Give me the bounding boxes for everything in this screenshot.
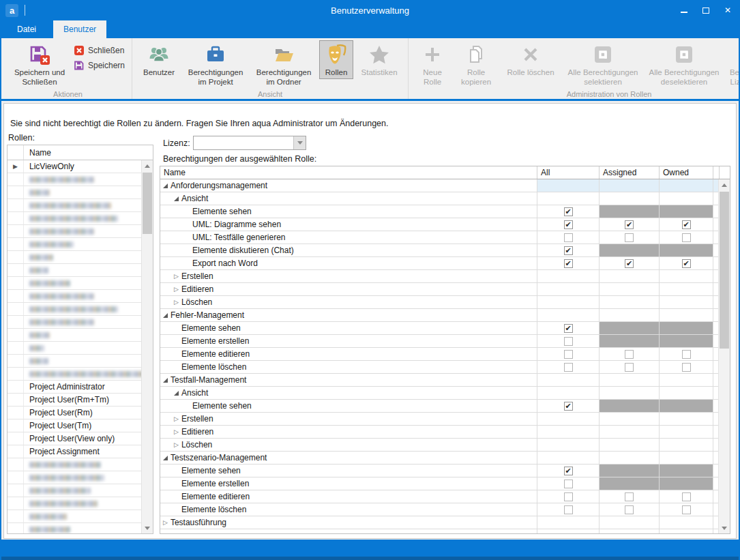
checkbox-checked-icon[interactable]: ✔ <box>564 402 573 411</box>
roles-list-item[interactable]: Project Assignment <box>8 445 141 458</box>
permission-row[interactable]: Fehler-Management <box>160 309 718 322</box>
checkbox-unchecked-icon[interactable] <box>564 480 573 488</box>
permission-cell-all[interactable]: ✔ <box>537 218 600 231</box>
roles-list-item[interactable]: Project User(View only) <box>8 432 141 445</box>
checkbox-checked-icon[interactable]: ✔ <box>564 467 573 475</box>
checkbox-checked-icon[interactable]: ✔ <box>625 259 634 268</box>
checkbox-unchecked-icon[interactable] <box>682 233 691 242</box>
roles-list-item[interactable] <box>8 264 141 277</box>
roles-list-item[interactable] <box>8 484 141 497</box>
checkbox-unchecked-icon[interactable] <box>564 505 573 514</box>
table-scrollbar-thumb[interactable] <box>720 192 729 349</box>
permission-row[interactable]: Elemente sehen✔ <box>160 400 718 413</box>
permission-cell-assigned[interactable] <box>600 231 660 244</box>
scroll-up-icon[interactable] <box>142 160 153 171</box>
close-button[interactable]: ✕ <box>717 0 739 20</box>
permission-row[interactable]: Ansicht <box>160 387 718 400</box>
checkbox-unchecked-icon[interactable] <box>682 350 691 359</box>
permission-cell-all[interactable]: ✔ <box>537 205 600 218</box>
permission-row[interactable]: Elemente erstellen <box>160 335 718 348</box>
permission-row[interactable]: Elemente löschen <box>160 361 718 374</box>
permission-cell-assigned[interactable]: ✔ <box>600 218 660 231</box>
permission-cell-all[interactable] <box>537 231 600 244</box>
permission-row[interactable]: Elemente editieren <box>160 490 718 503</box>
permission-cell-assigned[interactable] <box>600 348 660 360</box>
checkbox-unchecked-icon[interactable] <box>625 233 634 242</box>
berechtigungen-im-ordner-button[interactable]: Berechtigungen im Ordner <box>251 40 316 89</box>
permission-cell-all[interactable] <box>537 361 600 373</box>
permission-cell-owned[interactable] <box>660 348 713 360</box>
maximize-button[interactable] <box>695 0 717 20</box>
permission-row[interactable]: Elemente sehen✔ <box>160 322 718 335</box>
permission-cell-all[interactable] <box>537 490 600 503</box>
permission-cell-all[interactable] <box>537 348 600 360</box>
permission-row[interactable]: UML: Testfälle generieren <box>160 231 718 244</box>
minimize-button[interactable] <box>673 0 695 20</box>
column-header-all[interactable]: All <box>537 166 600 179</box>
schließen-button[interactable]: Schließen <box>74 45 125 56</box>
berechtigungen-im-projekt-button[interactable]: Berechtigungen im Projekt <box>183 40 248 89</box>
roles-list-item[interactable] <box>8 355 141 368</box>
checkbox-unchecked-icon[interactable] <box>564 363 573 372</box>
checkbox-unchecked-icon[interactable] <box>564 233 573 242</box>
expand-open-icon[interactable] <box>163 456 168 460</box>
permission-cell-owned[interactable] <box>660 490 713 503</box>
roles-list-item[interactable]: Project User(Rm+Tm) <box>8 394 141 407</box>
permission-cell-all[interactable] <box>537 477 600 490</box>
checkbox-unchecked-icon[interactable] <box>682 363 691 372</box>
expand-open-icon[interactable] <box>174 196 179 201</box>
permission-cell-all[interactable]: ✔ <box>537 322 600 334</box>
permission-cell-all[interactable] <box>537 335 600 347</box>
column-header-assigned[interactable]: Assigned <box>600 166 660 179</box>
roles-list-item[interactable]: Project Administrator <box>8 381 141 394</box>
checkbox-checked-icon[interactable]: ✔ <box>564 259 573 268</box>
expand-open-icon[interactable] <box>163 378 168 383</box>
expand-closed-icon[interactable]: ▷ <box>174 416 179 422</box>
permission-row[interactable] <box>160 529 718 533</box>
scroll-down-icon[interactable] <box>142 522 153 533</box>
expand-closed-icon[interactable]: ▷ <box>174 442 179 448</box>
benutzer-button[interactable]: Benutzer <box>138 40 180 79</box>
checkbox-unchecked-icon[interactable] <box>682 492 691 501</box>
roles-list-item[interactable] <box>8 329 141 342</box>
permission-row[interactable]: Anforderungsmanagement <box>160 179 718 192</box>
rollen-button[interactable]: Rollen <box>319 40 353 79</box>
roles-list-item[interactable] <box>8 368 141 381</box>
roles-list-item[interactable]: ▶LicViewOnly <box>8 160 141 173</box>
checkbox-checked-icon[interactable]: ✔ <box>564 220 573 229</box>
column-header-name[interactable]: Name <box>160 166 537 179</box>
roles-list-item[interactable] <box>8 251 141 264</box>
permission-row[interactable]: Elemente diskutieren (Chat)✔ <box>160 244 718 257</box>
permission-cell-owned[interactable]: ✔ <box>660 218 713 231</box>
roles-list-item[interactable] <box>8 173 141 186</box>
permission-cell-all[interactable]: ✔ <box>537 244 600 256</box>
permission-cell-all[interactable]: ✔ <box>537 400 600 412</box>
permission-row[interactable]: ▷Erstellen <box>160 270 718 283</box>
permission-row[interactable]: Elemente sehen✔ <box>160 205 718 218</box>
roles-list-item[interactable] <box>8 225 141 238</box>
permission-cell-owned[interactable]: ✔ <box>660 257 713 269</box>
checkbox-checked-icon[interactable]: ✔ <box>625 220 634 229</box>
expand-open-icon[interactable] <box>163 313 168 318</box>
permission-row[interactable]: Ansicht <box>160 192 718 205</box>
checkbox-unchecked-icon[interactable] <box>625 363 634 372</box>
checkbox-checked-icon[interactable]: ✔ <box>564 207 573 216</box>
permission-row[interactable]: ▷Testausführung <box>160 516 718 529</box>
roles-list-item[interactable] <box>8 458 141 471</box>
permission-cell-assigned[interactable]: ✔ <box>600 257 660 269</box>
permission-row[interactable]: ▷Editieren <box>160 426 718 439</box>
expand-closed-icon[interactable]: ▷ <box>174 299 179 306</box>
permission-cell-assigned[interactable] <box>600 490 660 503</box>
permission-cell-assigned[interactable] <box>600 503 660 516</box>
roles-list-item[interactable] <box>8 199 141 212</box>
tab-datei[interactable]: Datei <box>7 20 46 38</box>
roles-list-item[interactable] <box>8 186 141 199</box>
permission-row[interactable]: Elemente erstellen <box>160 477 718 490</box>
checkbox-unchecked-icon[interactable] <box>564 350 573 359</box>
checkbox-checked-icon[interactable]: ✔ <box>564 324 573 333</box>
column-header-filler[interactable] <box>713 166 720 179</box>
roles-list-item[interactable] <box>8 471 141 484</box>
permission-row[interactable]: Elemente sehen✔ <box>160 465 718 477</box>
roles-list-item[interactable] <box>8 497 141 510</box>
permission-row[interactable]: UML: Diagramme sehen✔✔✔ <box>160 218 718 231</box>
